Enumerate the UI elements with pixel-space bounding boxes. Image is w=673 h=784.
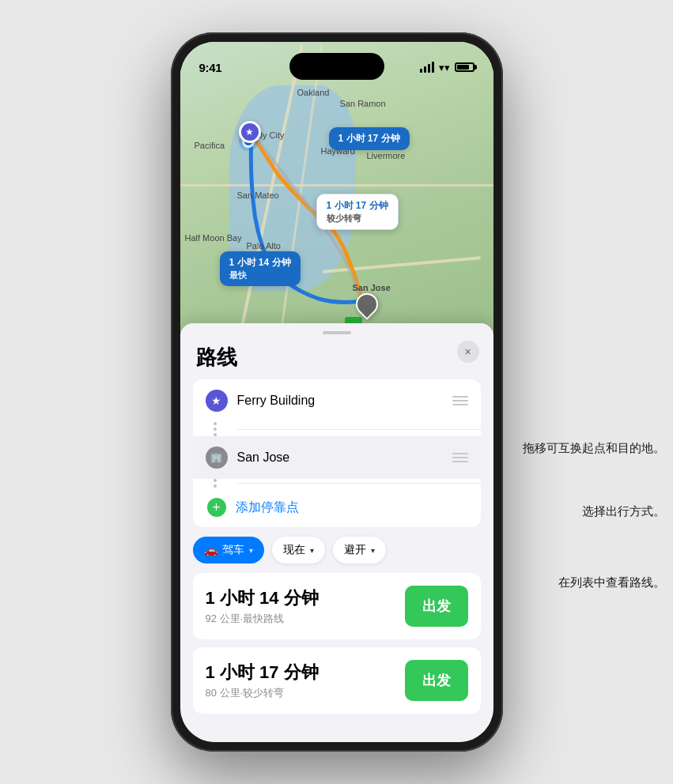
origin-icon: ★ xyxy=(206,390,228,412)
signal-icon xyxy=(420,62,434,73)
map-label-san-jose: San Jose xyxy=(353,283,391,292)
annotation-routes-text: 在列表中查看路线。 xyxy=(558,575,665,589)
add-stop-row[interactable]: + 添加停靠点 xyxy=(193,488,481,527)
route-2-info: 1 小时 17 分钟 80 公里·较少转弯 xyxy=(206,661,405,700)
go-button-1[interactable]: 出发 xyxy=(405,586,468,627)
dest-icon: 🏢 xyxy=(206,447,228,469)
transport-drive-btn[interactable]: 🚗 驾车 ▾ xyxy=(193,537,264,564)
add-stop-label: 添加停靠点 xyxy=(236,499,468,516)
dest-drag-handle[interactable] xyxy=(452,453,468,462)
route-2-duration: 1 小时 17 分钟 xyxy=(206,661,405,684)
waypoints-section: ★ Ferry Building xyxy=(193,379,481,527)
annotation-transport-text: 选择出行方式。 xyxy=(582,504,665,518)
route-1-info: 1 小时 14 分钟 92 公里·最快路线 xyxy=(206,586,405,626)
route-bubble-3[interactable]: 1 小时 14 分钟 最快 xyxy=(220,251,301,286)
annotation-swap: 拖移可互换起点和目的地。 xyxy=(523,441,665,456)
waypoint-dest[interactable]: 🏢 San Jose xyxy=(193,436,481,479)
bottom-sheet: 路线 × ★ Ferry Building xyxy=(180,323,493,742)
avoid-chevron: ▾ xyxy=(371,546,375,555)
sheet-title: 路线 xyxy=(180,334,493,379)
map-label-san-mateo: San Mateo xyxy=(237,190,279,200)
battery-icon xyxy=(455,62,475,72)
map-label-pacifica: Pacifica xyxy=(195,141,225,150)
route-1-duration: 1 小时 14 分钟 xyxy=(206,586,405,610)
phone-frame: 9:41 ▾▾ xyxy=(171,32,503,752)
map-label-san-ramon: San Ramon xyxy=(340,99,386,108)
transport-now-btn[interactable]: 现在 ▾ xyxy=(272,537,325,564)
map-label-oakland: Oakland xyxy=(297,88,330,97)
route-1-detail: 92 公里·最快路线 xyxy=(206,612,405,626)
status-time: 9:41 xyxy=(199,61,222,74)
annotation-routes: 在列表中查看路线。 xyxy=(558,575,665,590)
origin-pin: ★ xyxy=(239,121,261,143)
status-icons: ▾▾ xyxy=(420,62,475,74)
route-card-1: 1 小时 14 分钟 92 公里·最快路线 出发 xyxy=(193,573,481,639)
transport-section: 🚗 驾车 ▾ 现在 ▾ 避开 ▾ xyxy=(180,537,493,573)
add-stop-icon: + xyxy=(207,498,226,517)
now-label: 现在 xyxy=(283,543,305,557)
annotation-transport: 选择出行方式。 xyxy=(582,504,665,519)
go-button-2[interactable]: 出发 xyxy=(405,660,468,701)
map-label-half-moon-bay: Half Moon Bay xyxy=(185,233,242,243)
route-card-2: 1 小时 17 分钟 80 公里·较少转弯 出发 xyxy=(193,647,481,714)
map-label-palo-alto: Palo Alto xyxy=(247,241,281,251)
wifi-icon: ▾▾ xyxy=(439,62,450,74)
close-button[interactable]: × xyxy=(457,341,479,363)
drive-icon: 🚗 xyxy=(204,544,217,556)
waypoint-dots-divider-2 xyxy=(193,479,481,488)
route-2-detail: 80 公里·较少转弯 xyxy=(206,686,405,700)
origin-name: Ferry Building xyxy=(237,394,443,408)
transport-avoid-btn[interactable]: 避开 ▾ xyxy=(333,537,386,564)
route-bubble-2[interactable]: 1 小时 17 分钟 较少转弯 xyxy=(316,194,399,230)
drive-label: 驾车 xyxy=(222,543,244,557)
waypoint-dots-divider xyxy=(193,422,481,436)
origin-drag-handle[interactable] xyxy=(452,396,468,405)
drive-chevron: ▾ xyxy=(249,546,253,555)
dest-name: San Jose xyxy=(237,450,443,465)
now-chevron: ▾ xyxy=(310,546,314,555)
annotation-swap-text: 拖移可互换起点和目的地。 xyxy=(523,441,665,454)
dynamic-island xyxy=(289,53,384,80)
avoid-label: 避开 xyxy=(344,543,366,557)
map-label-livermore: Livermore xyxy=(367,151,406,160)
waypoint-origin[interactable]: ★ Ferry Building xyxy=(193,379,481,422)
route-bubble-1[interactable]: 1 小时 17 分钟 xyxy=(329,127,410,150)
